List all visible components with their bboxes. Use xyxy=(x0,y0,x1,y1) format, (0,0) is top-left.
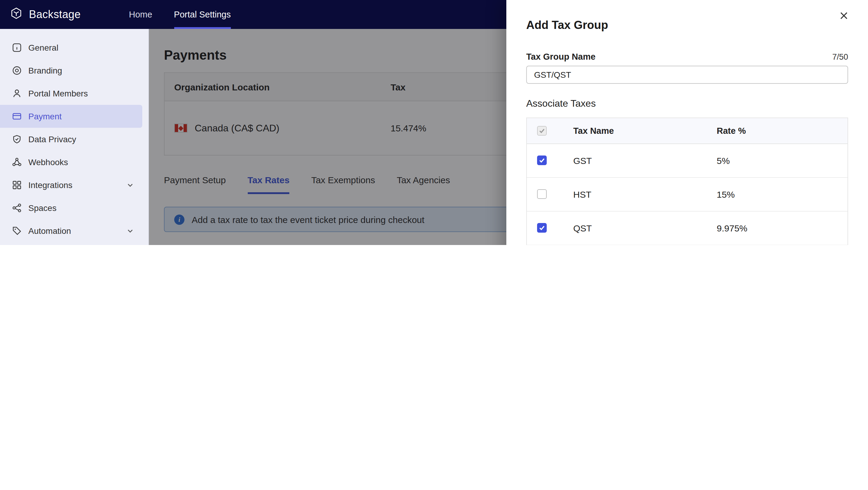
members-icon xyxy=(12,89,22,98)
tax-name: QST xyxy=(557,223,717,233)
tax-name: GST xyxy=(557,155,717,166)
payment-icon xyxy=(12,112,22,121)
list-item: QST 9.975% xyxy=(527,212,847,245)
tag-icon xyxy=(12,226,22,236)
tax-checkbox-qst[interactable] xyxy=(537,223,547,233)
list-item: GST 5% xyxy=(527,144,847,178)
branding-icon xyxy=(12,66,22,75)
integrations-icon xyxy=(12,180,22,190)
sidebar-item-label: Webhooks xyxy=(28,157,134,167)
sidebar-item-label: General xyxy=(28,43,134,53)
associate-taxes-label: Associate Taxes xyxy=(526,98,848,109)
info-icon xyxy=(12,43,22,53)
top-nav-links: Home Portal Settings xyxy=(129,0,231,29)
sidebar-item-webhooks[interactable]: Webhooks xyxy=(0,151,142,174)
backstage-logo-icon xyxy=(10,6,23,23)
sidebar-item-label: Integrations xyxy=(28,180,120,190)
col-header-rate: Rate % xyxy=(717,126,847,135)
associate-taxes-table: Tax Name Rate % GST 5% xyxy=(526,118,848,245)
char-counter: 7/50 xyxy=(832,53,848,61)
webhooks-icon xyxy=(12,157,22,167)
add-tax-group-drawer: Add Tax Group Tax Group Name 7/50 Associ… xyxy=(506,0,868,245)
brand[interactable]: Backstage xyxy=(0,0,90,29)
spaces-icon xyxy=(12,203,22,213)
brand-name: Backstage xyxy=(29,8,81,21)
sidebar-item-payment[interactable]: Payment xyxy=(0,105,142,128)
tax-checkbox-gst[interactable] xyxy=(537,156,547,165)
sidebar-item-label: Spaces xyxy=(28,203,134,213)
nav-item-portal-settings[interactable]: Portal Settings xyxy=(174,0,231,29)
sidebar-item-spaces[interactable]: Spaces xyxy=(0,196,142,219)
sidebar-item-automation[interactable]: Automation xyxy=(0,219,142,242)
col-header-tax-name: Tax Name xyxy=(557,126,717,135)
sidebar-item-label: Data Privacy xyxy=(28,134,134,144)
tax-rate: 9.975% xyxy=(717,223,847,233)
sidebar-item-label: Payment xyxy=(28,112,134,121)
tax-checkbox-hst[interactable] xyxy=(537,189,547,199)
tax-rate: 5% xyxy=(717,155,847,166)
sidebar-item-integrations[interactable]: Integrations xyxy=(0,174,142,196)
tax-group-name-label: Tax Group Name xyxy=(526,52,595,61)
tax-name: HST xyxy=(557,189,717,200)
sidebar-item-label: Automation xyxy=(28,226,120,236)
chevron-down-icon xyxy=(127,181,134,189)
sidebar-item-data-privacy[interactable]: Data Privacy xyxy=(0,128,142,151)
settings-sidebar: General Branding Portal Members Payment … xyxy=(0,29,149,245)
select-all-checkbox[interactable] xyxy=(537,126,547,135)
associate-table-header: Tax Name Rate % xyxy=(527,118,847,144)
tax-group-name-input[interactable] xyxy=(526,66,848,84)
list-item: HST 15% xyxy=(527,178,847,212)
close-icon[interactable] xyxy=(837,9,850,22)
nav-item-home[interactable]: Home xyxy=(129,0,152,29)
sidebar-item-branding[interactable]: Branding xyxy=(0,59,142,82)
sidebar-item-label: Portal Members xyxy=(28,89,134,98)
sidebar-item-portal-members[interactable]: Portal Members xyxy=(0,82,142,105)
sidebar-item-label: Branding xyxy=(28,66,134,75)
drawer-title: Add Tax Group xyxy=(526,18,848,33)
shield-icon xyxy=(12,134,22,144)
tax-rate: 15% xyxy=(717,189,847,200)
sidebar-item-library[interactable]: Library xyxy=(0,242,142,245)
chevron-down-icon xyxy=(127,227,134,235)
app-window: Backstage Home Portal Settings General B… xyxy=(0,0,868,245)
sidebar-item-general[interactable]: General xyxy=(0,36,142,59)
